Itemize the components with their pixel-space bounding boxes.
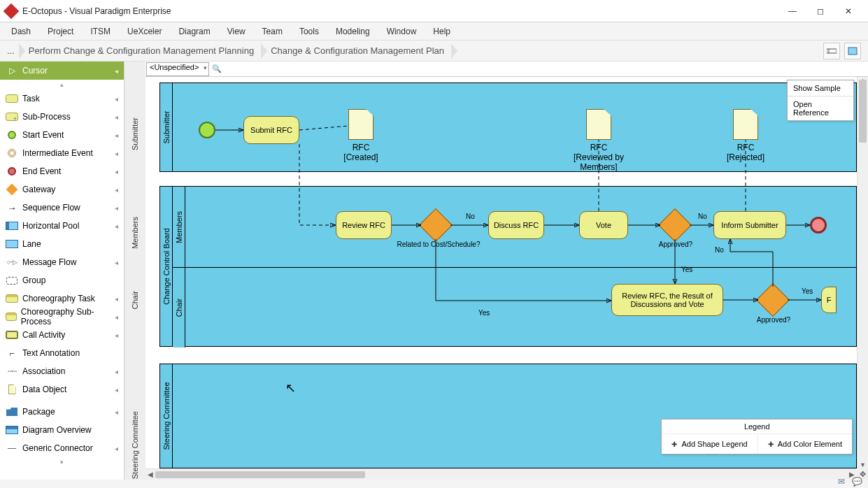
close-button[interactable]: ✕ [834, 1, 862, 21]
edge-yes-1: Yes [478, 309, 490, 317]
chat-icon[interactable]: 💬 [852, 477, 862, 487]
palette-message-flow[interactable]: Message Flow◂ [0, 253, 124, 271]
breadcrumb-item-1[interactable]: Change & Configuration Management Plan [261, 42, 451, 60]
task-discuss-rfc[interactable]: Discuss RFC [488, 211, 544, 239]
outer-lane-submitter: Submitter [131, 117, 139, 150]
start-event-icon [8, 131, 16, 139]
end-event-icon [8, 167, 16, 175]
menu-uexceler[interactable]: UeXceler [119, 24, 170, 39]
diagram-overview-icon [6, 426, 18, 434]
pool-header-ccb[interactable]: Change Control Board [160, 187, 173, 346]
palette-diagram-overview[interactable]: Diagram Overview [0, 421, 124, 439]
menu-open-reference[interactable]: Open Reference [788, 96, 853, 120]
palette-subprocess[interactable]: Sub-Process◂ [0, 108, 124, 126]
palette-text-annotation[interactable]: Text Annotation [0, 344, 124, 362]
breadcrumb: ... Perform Change & Configuration Manag… [0, 41, 868, 62]
palette-intermediate-event[interactable]: Intermediate Event◂ [0, 144, 124, 162]
group-icon [6, 277, 17, 285]
palette-task[interactable]: Task◂ [0, 89, 124, 108]
palette-choreography-task[interactable]: Choreography Task◂ [0, 289, 124, 308]
menu-window[interactable]: Window [378, 24, 425, 39]
minimize-button[interactable]: — [778, 1, 806, 21]
toolbar-icon-2[interactable] [844, 43, 861, 59]
outer-lane-steering: Steering Committee [131, 411, 139, 479]
task-review-rfc[interactable]: Review RFC [336, 211, 392, 239]
task-inform-submitter[interactable]: Inform Submitter [713, 211, 786, 239]
v-thumb[interactable] [859, 80, 867, 143]
palette-end-event[interactable]: End Event◂ [0, 162, 124, 180]
task-review-result[interactable]: Review RFC, the Result of Discussions an… [611, 284, 723, 316]
lane-chair[interactable]: Chair [173, 267, 185, 347]
end-event[interactable] [810, 217, 827, 234]
menu-diagram[interactable]: Diagram [170, 24, 218, 39]
task-submit-rfc[interactable]: Submit RFC [243, 116, 299, 144]
horizontal-scrollbar[interactable]: ◀ ▶ [145, 468, 857, 480]
h-thumb[interactable] [155, 471, 365, 478]
data-rfc-reviewed[interactable] [586, 109, 611, 140]
label-rfc-rejected: RFC[Rejected] [718, 143, 774, 162]
palette-start-event[interactable]: Start Event◂ [0, 126, 124, 144]
start-event[interactable] [199, 122, 215, 138]
palette-cursor[interactable]: Cursor◂ [0, 62, 124, 80]
task-partial[interactable]: F [821, 287, 837, 313]
message-flow-icon [6, 258, 18, 266]
association-icon [6, 367, 18, 375]
outer-lane-chair: Chair [131, 291, 139, 309]
reference-menu: Show Sample Open Reference [787, 80, 854, 121]
menu-dash[interactable]: Dash [3, 24, 39, 39]
menu-view[interactable]: View [219, 24, 254, 39]
palette-lane[interactable]: Lane [0, 235, 124, 253]
svg-rect-2 [848, 48, 857, 55]
search-icon[interactable]: 🔍 [211, 63, 223, 76]
palette-data-object[interactable]: Data Object◂ [0, 380, 124, 399]
cursor-icon [6, 66, 18, 75]
lane-members[interactable]: Members [173, 187, 185, 267]
vertical-scrollbar[interactable]: ▲ ▼ [857, 77, 868, 468]
menu-team[interactable]: Team [254, 24, 291, 39]
palette-collapse-down[interactable]: ▾ [0, 457, 124, 467]
menu-tools[interactable]: Tools [291, 24, 327, 39]
stereotype-combo[interactable]: <Unspecified> [146, 62, 209, 76]
lane-icon [6, 240, 18, 248]
menu-project[interactable]: Project [39, 24, 82, 39]
palette-group[interactable]: Group [0, 271, 124, 289]
label-gateway-cost: Related to Cost/Schedule? [386, 241, 491, 248]
edge-no-1: No [466, 213, 475, 220]
palette-package[interactable]: Package◂ [0, 403, 124, 421]
edge-no-3: No [715, 246, 724, 254]
outer-lane-members: Members [131, 217, 139, 249]
toolbar-icon-1[interactable] [823, 43, 840, 59]
palette-collapse-up[interactable]: ▴ [0, 80, 124, 89]
menu-itsm[interactable]: ITSM [82, 24, 119, 39]
breadcrumb-item-0[interactable]: Perform Change & Configuration Managemen… [19, 42, 261, 60]
legend-panel[interactable]: Legend Add Shape Legend Add Color Elemen… [661, 419, 853, 454]
pool-header-submitter[interactable]: Submitter [160, 83, 173, 171]
choreography-task-icon [6, 294, 18, 303]
palette-horizontal-pool[interactable]: Horizontal Pool◂ [0, 217, 124, 235]
palette-generic-connector[interactable]: Generic Connector◂ [0, 439, 124, 457]
mail-icon[interactable]: ✉ [838, 477, 845, 487]
breadcrumb-ellipsis[interactable]: ... [3, 42, 19, 60]
pool-header-steering[interactable]: Steering Committee [160, 364, 173, 468]
window-title: E-Octopus - Visual Paradigm Enterprise [22, 6, 778, 16]
data-rfc-rejected[interactable] [733, 109, 758, 140]
app-icon [3, 3, 20, 19]
maximize-button[interactable]: ◻ [806, 1, 834, 21]
menu-show-sample[interactable]: Show Sample [788, 80, 853, 96]
data-rfc-created[interactable] [348, 109, 373, 140]
task-vote[interactable]: Vote [579, 211, 628, 239]
palette-sequence-flow[interactable]: Sequence Flow◂ [0, 199, 124, 217]
add-color-element-button[interactable]: Add Color Element [757, 434, 852, 454]
diagram-canvas[interactable]: Submitter Change Control Board Members C… [145, 77, 857, 468]
palette-choreography-subprocess[interactable]: Choreography Sub-Process◂ [0, 308, 124, 326]
palette-gateway[interactable]: Gateway◂ [0, 180, 124, 199]
menu-help[interactable]: Help [425, 24, 459, 39]
palette-call-activity[interactable]: Call Activity◂ [0, 326, 124, 344]
sequence-flow-icon [6, 203, 18, 212]
add-shape-legend-button[interactable]: Add Shape Legend [662, 434, 757, 454]
menu-modeling[interactable]: Modeling [327, 24, 378, 39]
palette-association[interactable]: Association◂ [0, 362, 124, 380]
canvas-toolbar: <Unspecified> 🔍 [145, 62, 868, 77]
svg-rect-0 [827, 49, 837, 53]
call-activity-icon [6, 331, 18, 339]
